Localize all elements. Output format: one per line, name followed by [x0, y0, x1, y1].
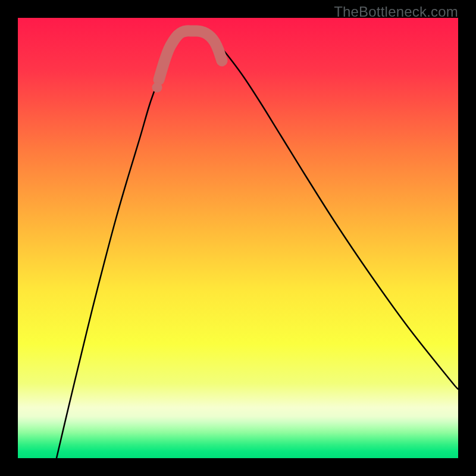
chart-frame: TheBottleneck.com — [0, 0, 476, 476]
curves-layer — [18, 18, 458, 458]
plot-area — [18, 18, 458, 458]
valley-highlight — [159, 31, 222, 80]
bottleneck-curve-left — [57, 30, 194, 458]
watermark-text: TheBottleneck.com — [334, 4, 458, 20]
bottleneck-curve-right — [194, 30, 458, 389]
highlight-dot — [152, 83, 162, 93]
